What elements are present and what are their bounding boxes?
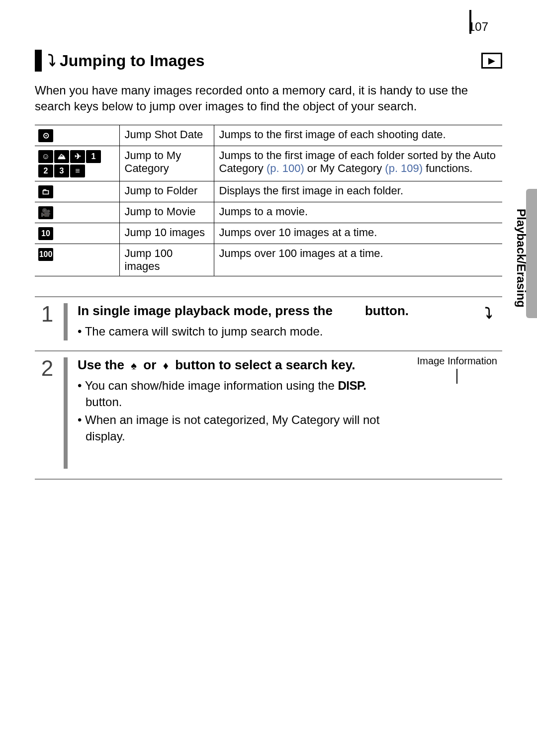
category-icon: ⛰ bbox=[54, 150, 69, 163]
step-title-text: button to select a search key. bbox=[175, 357, 355, 372]
folder-icon: 🗀 bbox=[38, 185, 53, 198]
section-heading: ⤵ Jumping to Images ▶ bbox=[35, 50, 502, 72]
step-divider bbox=[64, 303, 68, 340]
row-name: Jump 100 images bbox=[119, 244, 214, 276]
jump-modes-table: ⊙ Jump Shot Date Jumps to the first imag… bbox=[35, 125, 502, 276]
page-link[interactable]: (p. 100) bbox=[267, 162, 304, 174]
up-arrow-icon: ♠ bbox=[128, 359, 140, 372]
step-content: Use the ♠ or ♦ button to select a search… bbox=[78, 356, 502, 470]
step-notes: The camera will switch to jump search mo… bbox=[78, 324, 502, 339]
step-divider bbox=[64, 357, 68, 469]
row-name: Jump 10 images bbox=[119, 223, 214, 244]
step-title-text: button. bbox=[365, 303, 409, 318]
row-icon-cell: 100 bbox=[35, 244, 119, 276]
category-icon: 1 bbox=[86, 150, 101, 163]
section-tab-label: Playback/Erasing bbox=[514, 209, 528, 308]
row-icon-cell: 10 bbox=[35, 223, 119, 244]
disp-button-label: DISP. bbox=[338, 379, 366, 392]
step-title-text: or bbox=[143, 357, 156, 372]
row-name: Jump to My Category bbox=[119, 146, 214, 181]
table-row: 🗀 Jump to Folder Displays the first imag… bbox=[35, 181, 502, 202]
category-icon: ✈ bbox=[70, 150, 85, 163]
step-note: You can show/hide image information usin… bbox=[78, 378, 390, 410]
step-title-text: Use the bbox=[78, 357, 128, 372]
row-name: Jump to Folder bbox=[119, 181, 214, 202]
step-content: ⤵ In single image playback mode, press t… bbox=[78, 302, 502, 341]
section-title: Jumping to Images bbox=[60, 52, 481, 70]
row-icon-cell: 🗀 bbox=[35, 181, 119, 202]
steps-list: 1 ⤵ In single image playback mode, press… bbox=[35, 296, 502, 480]
row-desc: Jumps over 100 images at a time. bbox=[214, 244, 502, 276]
row-desc: Jumps over 10 images at a time. bbox=[214, 223, 502, 244]
section-intro: When you have many images recorded onto … bbox=[35, 83, 502, 115]
row-icon-cell: 🎥 bbox=[35, 202, 119, 223]
row-desc: Jumps to the first image of each folder … bbox=[214, 146, 502, 181]
step-note: The camera will switch to jump search mo… bbox=[78, 324, 502, 339]
row-desc: Jumps to the first image of each shootin… bbox=[214, 125, 502, 146]
down-arrow-icon: ♦ bbox=[160, 359, 172, 372]
movie-icon: 🎥 bbox=[38, 206, 53, 219]
note-text: You can show/hide image information usin… bbox=[85, 379, 338, 392]
step-title: In single image playback mode, press the… bbox=[78, 302, 502, 320]
table-row: 10 Jump 10 images Jumps over 10 images a… bbox=[35, 223, 502, 244]
page-number: 107 bbox=[468, 20, 488, 34]
row-desc: Displays the first image in each folder. bbox=[214, 181, 502, 202]
jump10-icon: 10 bbox=[38, 227, 53, 240]
category-icon: ☺ bbox=[38, 150, 53, 163]
row-icon-cell: ⊙ bbox=[35, 125, 119, 146]
page-link[interactable]: (p. 109) bbox=[385, 162, 423, 174]
step-title-text: In single image playback mode, press the bbox=[78, 303, 336, 318]
row-name: Jump to Movie bbox=[119, 202, 214, 223]
step-number: 1 bbox=[35, 302, 60, 341]
jump-icon: ⤵ bbox=[48, 52, 56, 70]
table-row: 100 Jump 100 images Jumps over 100 image… bbox=[35, 244, 502, 276]
row-name: Jump Shot Date bbox=[119, 125, 214, 146]
manual-page: 107 Playback/Erasing ⤵ Jumping to Images… bbox=[0, 0, 537, 509]
category-icon: 2 bbox=[38, 165, 53, 177]
step-2: 2 Use the ♠ or ♦ button to select a sear… bbox=[35, 350, 502, 480]
callout-label: Image Information bbox=[417, 355, 497, 366]
step-notes: You can show/hide image information usin… bbox=[78, 378, 390, 444]
row-desc-text: functions. bbox=[423, 162, 472, 174]
shot-date-icon: ⊙ bbox=[38, 129, 53, 142]
jump-icon: ⤵ bbox=[485, 303, 492, 324]
table-row: 🎥 Jump to Movie Jumps to a movie. bbox=[35, 202, 502, 223]
table-row: ⊙ Jump Shot Date Jumps to the first imag… bbox=[35, 125, 502, 146]
table-row: ☺⛰✈1 23≡ Jump to My Category Jumps to th… bbox=[35, 146, 502, 181]
row-desc: Jumps to a movie. bbox=[214, 202, 502, 223]
jump100-icon: 100 bbox=[38, 248, 53, 261]
playback-mode-icon: ▶ bbox=[481, 53, 502, 69]
step-1: 1 ⤵ In single image playback mode, press… bbox=[35, 296, 502, 350]
step-title: Use the ♠ or ♦ button to select a search… bbox=[78, 356, 390, 374]
image-info-callout: Image Information bbox=[417, 354, 497, 384]
category-icon: ≡ bbox=[70, 165, 85, 177]
callout-leader-line bbox=[456, 369, 457, 384]
step-note: When an image is not categorized, My Cat… bbox=[78, 412, 390, 444]
note-text: button. bbox=[86, 395, 122, 409]
row-icon-cell: ☺⛰✈1 23≡ bbox=[35, 146, 119, 181]
step-number: 2 bbox=[35, 356, 60, 470]
row-desc-text: or My Category bbox=[304, 162, 385, 174]
heading-accent-bar bbox=[35, 50, 42, 72]
category-icon: 3 bbox=[54, 165, 69, 177]
